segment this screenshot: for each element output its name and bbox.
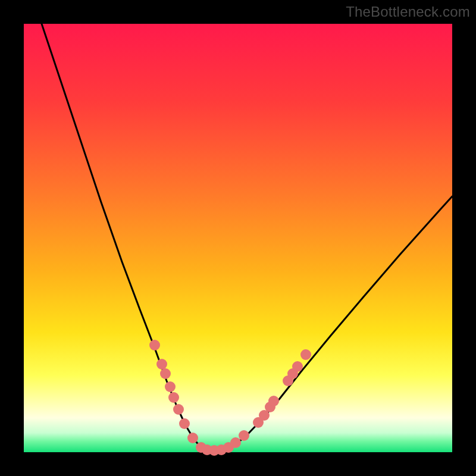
highlight-dot — [179, 418, 190, 429]
highlight-dot — [160, 368, 171, 379]
highlight-dot — [173, 404, 184, 415]
highlight-dot — [230, 437, 241, 448]
highlight-dot — [149, 340, 160, 350]
highlight-dot — [292, 361, 303, 372]
attribution-text: TheBottleneck.com — [346, 4, 470, 20]
highlight-dot — [300, 349, 311, 360]
curve-layer — [24, 24, 452, 452]
highlight-dot — [156, 359, 167, 369]
highlight-dot — [165, 381, 176, 392]
plot-area — [24, 24, 452, 452]
v-curve — [42, 24, 452, 450]
highlight-dot — [268, 396, 279, 406]
highlight-dot — [187, 433, 198, 443]
highlight-dots — [149, 340, 311, 456]
bottleneck-curve — [42, 24, 452, 450]
highlight-dot — [168, 392, 179, 403]
chart-root: TheBottleneck.com — [0, 0, 476, 476]
highlight-dot — [239, 430, 249, 441]
